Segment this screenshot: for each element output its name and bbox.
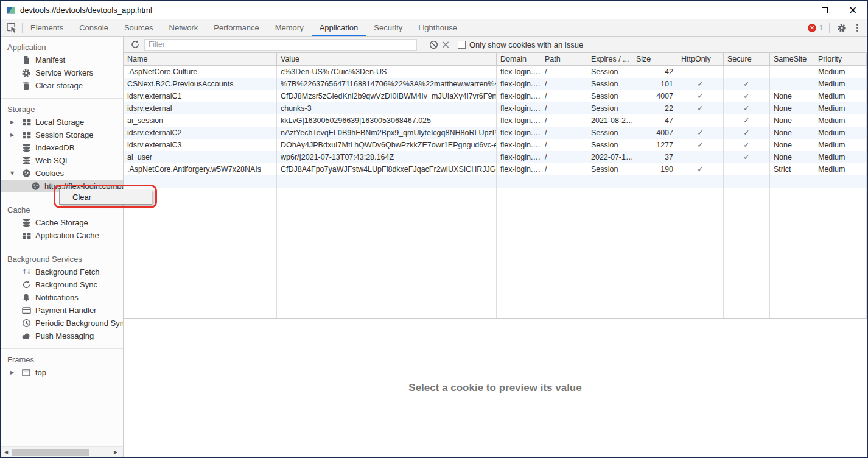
inspect-element-button[interactable]: [1, 19, 22, 36]
table-row[interactable]: idsrv.externalC3DOhAy4JPBdxuI7MtLhQWDv6Q…: [124, 139, 867, 151]
sidebar-item-notifications[interactable]: Notifications: [1, 291, 123, 304]
titlebar: devtools://devtools/devtools_app.html ×: [1, 1, 867, 19]
column-header-secure[interactable]: Secure: [724, 53, 770, 65]
column-header-path[interactable]: Path: [541, 53, 587, 65]
section-title: Storage: [1, 104, 123, 116]
tab-security[interactable]: Security: [366, 19, 410, 36]
storage-table-icon: [21, 118, 31, 127]
sidebar-item-application-cache[interactable]: Application Cache: [1, 229, 123, 242]
cell-priority: Medium: [814, 66, 867, 78]
tab-performance[interactable]: Performance: [206, 19, 267, 36]
sidebar-item-background-fetch[interactable]: ↑↓ Background Fetch: [1, 266, 123, 278]
cell-httponly: ✓: [677, 139, 724, 151]
column-header-priority[interactable]: Priority: [814, 53, 867, 65]
chevron-right-icon[interactable]: ▶: [10, 129, 14, 141]
cell-samesite: None: [770, 102, 814, 114]
sidebar-item-session-storage[interactable]: ▶ Session Storage: [1, 129, 123, 141]
bell-icon: [21, 293, 31, 303]
sidebar-item-indexeddb[interactable]: IndexedDB: [1, 141, 123, 154]
column-header-samesite[interactable]: SameSite: [770, 53, 814, 65]
table-row[interactable]: idsrv.externalC1CfDJ8Mzsr5zGledKni2b9qwV…: [124, 90, 867, 102]
sidebar-item-background-sync[interactable]: Background Sync: [1, 278, 123, 291]
delete-selected-button[interactable]: ×: [439, 39, 452, 50]
cell-value: wp6r/|2021-07-13T07:43:28.164Z: [277, 151, 497, 163]
table-row[interactable]: .AspNetCore.Culturec%3Den-US%7Cuic%3Den-…: [124, 66, 867, 78]
toolbar-divider: [422, 40, 422, 49]
cell-samesite: None: [770, 139, 814, 151]
column-header-size[interactable]: Size: [632, 53, 677, 65]
sidebar-item-local-storage[interactable]: ▶ Local Storage: [1, 116, 123, 129]
sidebar-item-service-workers[interactable]: Service Workers: [1, 66, 123, 79]
section-background-services: Background Services ↑↓ Background Fetch …: [1, 248, 123, 348]
sidebar-item-payment-handler[interactable]: Payment Handler: [1, 304, 123, 317]
scroll-right-icon[interactable]: ▶: [111, 447, 121, 457]
chevron-down-icon[interactable]: ▼: [10, 167, 14, 180]
cell-name: idsrv.externalC1: [124, 90, 277, 102]
sidebar-item-cookies[interactable]: ▼ Cookies: [1, 167, 123, 180]
more-options-button[interactable]: [854, 24, 861, 32]
database-icon: [21, 218, 31, 228]
sidebar-item-periodic-background-sync[interactable]: Periodic Background Sync: [1, 317, 123, 329]
cell-name: ai_user: [124, 151, 277, 163]
sidebar-item-label: top: [35, 368, 46, 377]
column-header-domain[interactable]: Domain: [497, 53, 541, 65]
table-row[interactable]: CSNext.B2C.PreviousAccounts%7B%226376564…: [124, 78, 867, 90]
chevron-right-icon[interactable]: ▶: [10, 366, 14, 379]
close-button[interactable]: ×: [839, 1, 867, 19]
tab-elements[interactable]: Elements: [23, 19, 71, 36]
clock-icon: [21, 319, 31, 328]
cell-expires: Session: [587, 163, 632, 175]
table-row[interactable]: ai_sessionkkLvG|1630050296639|1630053068…: [124, 114, 867, 127]
cell-priority: Medium: [814, 90, 867, 102]
sidebar-item-push-messaging[interactable]: Push Messaging: [1, 329, 123, 342]
tab-network[interactable]: Network: [161, 19, 206, 36]
section-storage: Storage ▶ Local Storage ▶ Session Storag…: [1, 98, 123, 199]
block-icon: [429, 40, 438, 49]
minimize-button[interactable]: [783, 1, 811, 19]
cell-value: DOhAy4JPBdxuI7MtLhQWDv6QbwPzkkZE7owr1EPg…: [277, 139, 497, 151]
delete-all-button[interactable]: [427, 40, 439, 49]
cell-samesite: None: [770, 151, 814, 163]
cloud-icon: [21, 331, 31, 341]
filter-input[interactable]: [144, 39, 417, 51]
issue-filter-checkbox[interactable]: [458, 41, 466, 49]
column-header-httponly[interactable]: HttpOnly: [677, 53, 724, 65]
tab-memory[interactable]: Memory: [267, 19, 312, 36]
maximize-button[interactable]: [811, 1, 839, 19]
scroll-left-icon[interactable]: ◀: [1, 447, 11, 457]
cell-size: 4007: [632, 90, 677, 102]
cell-priority: Medium: [814, 102, 867, 114]
tab-sources[interactable]: Sources: [116, 19, 161, 36]
gear-icon: [837, 23, 847, 33]
tab-console[interactable]: Console: [71, 19, 116, 36]
cell-value: c%3Den-US%7Cuic%3Den-US: [277, 66, 497, 78]
cell-priority: Medium: [814, 151, 867, 163]
sidebar-item-label: Periodic Background Sync: [35, 319, 124, 328]
cell-domain: flex-login.…: [497, 78, 541, 90]
error-badge[interactable]: ✕ 1: [808, 24, 823, 32]
table-row[interactable]: idsrv.externalchunks-3flex-login.…/Sessi…: [124, 102, 867, 114]
cell-priority: Medium: [814, 127, 867, 139]
context-menu: Clear: [59, 189, 152, 205]
sidebar-item-manifest[interactable]: Manifest: [1, 54, 123, 66]
settings-button[interactable]: [836, 23, 848, 33]
sidebar-item-cache-storage[interactable]: Cache Storage: [1, 216, 123, 229]
sidebar-item-web-sql[interactable]: Web SQL: [1, 154, 123, 167]
column-header-name[interactable]: Name: [124, 53, 277, 65]
context-menu-item-clear[interactable]: Clear: [60, 192, 91, 202]
tab-lighthouse[interactable]: Lighthouse: [410, 19, 465, 36]
refresh-button[interactable]: [128, 40, 142, 49]
column-header-expires[interactable]: Expires / ...: [587, 53, 632, 65]
column-header-value[interactable]: Value: [277, 53, 497, 65]
sidebar-item-clear-storage[interactable]: Clear storage: [1, 79, 123, 92]
tab-application[interactable]: Application: [312, 19, 366, 36]
table-row[interactable]: idsrv.externalC2nAztYechTevqEL0B9hFBNm2B…: [124, 127, 867, 139]
chevron-right-icon[interactable]: ▶: [10, 116, 14, 129]
table-row[interactable]: ai_userwp6r/|2021-07-13T07:43:28.164Zfle…: [124, 151, 867, 163]
sidebar-horizontal-scrollbar[interactable]: ◀ ▶: [1, 446, 123, 457]
cell-domain: flex-login.…: [497, 66, 541, 78]
table-row[interactable]: .AspNetCore.Antiforgery.w5W7x28NAIsCfDJ8…: [124, 163, 867, 175]
devtools-tabbar: Elements Console Sources Network Perform…: [1, 19, 867, 37]
scrollbar-thumb[interactable]: [12, 449, 89, 456]
sidebar-item-top-frame[interactable]: ▶ top: [1, 366, 123, 379]
